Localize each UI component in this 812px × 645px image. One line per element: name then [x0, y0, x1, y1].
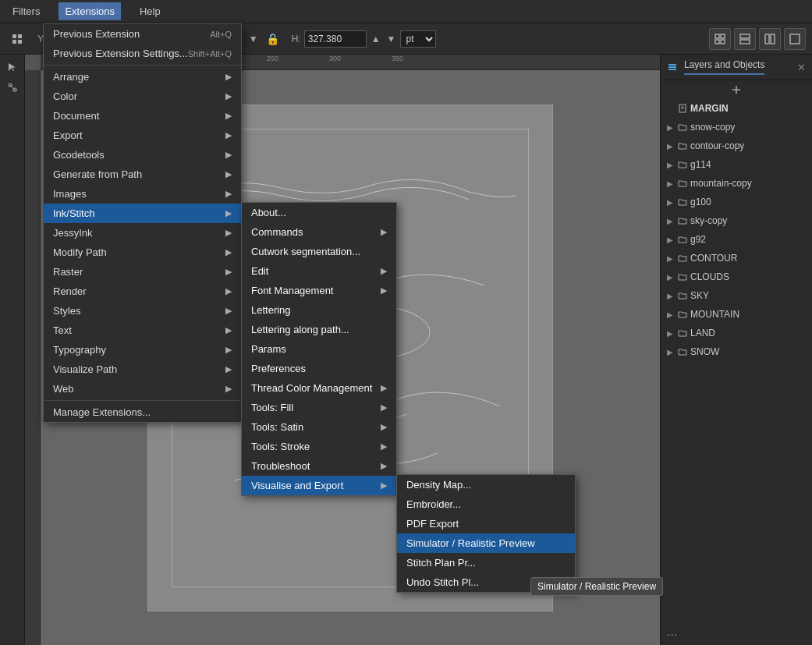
menu-web[interactable]: Web ▶: [44, 379, 241, 399]
inkstitch-visualise-export[interactable]: Visualise and Export ▶ Density Map... Em…: [242, 476, 396, 495]
layer-item-snow-copy[interactable]: ▶ snow-copy: [661, 118, 812, 136]
layer-item-contour[interactable]: ▶ CONTOUR: [661, 249, 812, 268]
inkstitch-lettering-path[interactable]: Lettering along path...: [242, 320, 396, 339]
svg-rect-10: [765, 34, 769, 44]
w-minus[interactable]: ▼: [247, 34, 260, 44]
layer-folder-icon-11: [678, 310, 687, 319]
menu-help[interactable]: Help: [133, 2, 167, 20]
view-btn-1[interactable]: [709, 28, 731, 50]
menu-arrange[interactable]: Arrange ▶: [44, 67, 241, 87]
layer-item-snow[interactable]: ▶ SNOW: [661, 342, 812, 361]
layer-name-g92: g92: [690, 234, 706, 245]
layer-item-mountain[interactable]: ▶ MOUNTAIN: [661, 305, 812, 324]
menu-previous-extension[interactable]: Previous Extension Alt+Q: [44, 24, 241, 44]
layer-folder-icon-3: [678, 160, 687, 169]
layer-arrow-g100: ▶: [667, 198, 675, 207]
menu-gcodetools[interactable]: Gcodetools ▶: [44, 145, 241, 165]
lock-icon[interactable]: 🔒: [266, 33, 279, 45]
inkstitch-thread-color[interactable]: Thread Color Management ▶: [242, 378, 396, 398]
layer-arrow-snow: ▶: [667, 123, 675, 132]
panel-close-btn[interactable]: ✕: [797, 62, 806, 73]
layer-folder-icon-9: [678, 272, 687, 282]
menu-inkstitch[interactable]: Ink/Stitch ▶ About... Commands ▶ Cutwork…: [44, 204, 241, 223]
menu-extensions[interactable]: Extensions: [59, 2, 121, 20]
h-input[interactable]: [304, 30, 367, 48]
ruler-mark-300: 300: [329, 55, 341, 62]
layer-item-mountain-copy[interactable]: ▶ mountain-copy: [661, 174, 812, 193]
menu-raster[interactable]: Raster ▶: [44, 262, 241, 282]
vis-undo-stitch[interactable]: Undo Stitch Pl...: [397, 572, 575, 592]
layer-folder-icon-8: [678, 253, 687, 263]
menu-document[interactable]: Document ▶: [44, 106, 241, 126]
view-btn-2[interactable]: [734, 28, 756, 50]
layer-name-snow: SNOW: [690, 346, 719, 357]
menu-color[interactable]: Color ▶: [44, 87, 241, 106]
layer-item-contour-copy[interactable]: ▶ contour-copy: [661, 136, 812, 155]
inkstitch-params[interactable]: Params: [242, 339, 396, 359]
tool-arrow[interactable]: [3, 58, 22, 76]
layer-name-clouds: CLOUDS: [690, 271, 729, 282]
inkstitch-tools-fill[interactable]: Tools: Fill ▶: [242, 398, 396, 417]
layer-folder-icon-6: [678, 216, 687, 225]
menu-generate-from-path[interactable]: Generate from Path ▶: [44, 165, 241, 184]
panel-add-layer[interactable]: [661, 80, 812, 99]
layer-item-clouds[interactable]: ▶ CLOUDS: [661, 268, 812, 286]
layer-name-mountain: MOUNTAIN: [690, 309, 739, 320]
view-btn-4[interactable]: [784, 28, 806, 50]
menu-render[interactable]: Render ▶: [44, 282, 241, 301]
tool-node[interactable]: [3, 78, 22, 97]
menu-manage-extensions[interactable]: Manage Extensions...: [44, 402, 241, 422]
svg-rect-4: [715, 34, 719, 38]
inkstitch-cutwork[interactable]: Cutwork segmentation...: [242, 242, 396, 261]
inkstitch-edit[interactable]: Edit ▶: [242, 261, 396, 281]
layer-arrow-mountain-copy: ▶: [667, 179, 675, 188]
menu-text[interactable]: Text ▶: [44, 321, 241, 340]
menu-images[interactable]: Images ▶: [44, 184, 241, 204]
svg-rect-20: [668, 64, 676, 66]
inkstitch-about[interactable]: About...: [242, 203, 396, 222]
inkstitch-tools-satin[interactable]: Tools: Satin ▶: [242, 417, 396, 437]
inkstitch-lettering[interactable]: Lettering: [242, 300, 396, 320]
inkstitch-preferences[interactable]: Preferences: [242, 359, 396, 378]
vis-pdf-export[interactable]: PDF Export: [397, 514, 575, 533]
toolbar-icon-1[interactable]: [6, 28, 28, 50]
layer-item-land[interactable]: ▶ LAND: [661, 324, 812, 342]
visualise-submenu[interactable]: Density Map... Embroider... PDF Export S…: [396, 474, 576, 593]
inkstitch-commands[interactable]: Commands ▶: [242, 222, 396, 242]
layer-item-margin[interactable]: MARGIN: [661, 99, 812, 118]
menu-typography[interactable]: Typography ▶: [44, 340, 241, 360]
extensions-menu[interactable]: Previous Extension Alt+Q Previous Extens…: [43, 23, 242, 423]
layer-arrow-mountain: ▶: [667, 310, 675, 319]
h-plus[interactable]: ▲: [370, 34, 382, 44]
layer-folder-icon-5: [678, 197, 687, 207]
menu-export[interactable]: Export ▶: [44, 126, 241, 145]
vis-stitch-plan[interactable]: Stitch Plan Pr...: [397, 553, 575, 572]
vis-embroider[interactable]: Embroider...: [397, 494, 575, 514]
menu-visualize-path[interactable]: Visualize Path ▶: [44, 360, 241, 379]
ruler-vertical: [25, 70, 41, 645]
layer-arrow-sky: ▶: [667, 292, 675, 300]
menu-jessyink[interactable]: JessyInk ▶: [44, 223, 241, 243]
inkstitch-font-management[interactable]: Font Management ▶: [242, 281, 396, 300]
vis-density-map[interactable]: Density Map...: [397, 475, 575, 494]
menu-styles[interactable]: Styles ▶: [44, 301, 241, 321]
inkstitch-tools-stroke[interactable]: Tools: Stroke ▶: [242, 437, 396, 456]
right-panel: Layers and Objects ✕ MARGIN ▶ snow-copy …: [660, 55, 812, 645]
layer-item-g100[interactable]: ▶ g100: [661, 193, 812, 211]
menu-previous-extension-settings[interactable]: Previous Extension Settings... Shift+Alt…: [44, 44, 241, 63]
layer-item-g114[interactable]: ▶ g114: [661, 155, 812, 174]
layer-item-sky-copy[interactable]: ▶ sky-copy: [661, 211, 812, 230]
layer-name-land: LAND: [690, 328, 715, 338]
unit-select[interactable]: pt px mm cm in: [400, 30, 436, 48]
layer-item-sky[interactable]: ▶ SKY: [661, 286, 812, 305]
view-btn-3[interactable]: [759, 28, 781, 50]
inkstitch-troubleshoot[interactable]: Troubleshoot ▶: [242, 456, 396, 476]
menu-modify-path[interactable]: Modify Path ▶: [44, 243, 241, 262]
panel-more-options[interactable]: ···: [661, 625, 812, 645]
layer-arrow-contour: ▶: [667, 254, 675, 263]
layer-item-g92[interactable]: ▶ g92: [661, 230, 812, 249]
menu-filters[interactable]: Filters: [6, 2, 46, 20]
inkstitch-submenu[interactable]: About... Commands ▶ Cutwork segmentation…: [241, 202, 397, 496]
vis-simulator[interactable]: Simulator / Realistic Preview: [397, 533, 575, 553]
h-minus[interactable]: ▼: [385, 34, 398, 44]
